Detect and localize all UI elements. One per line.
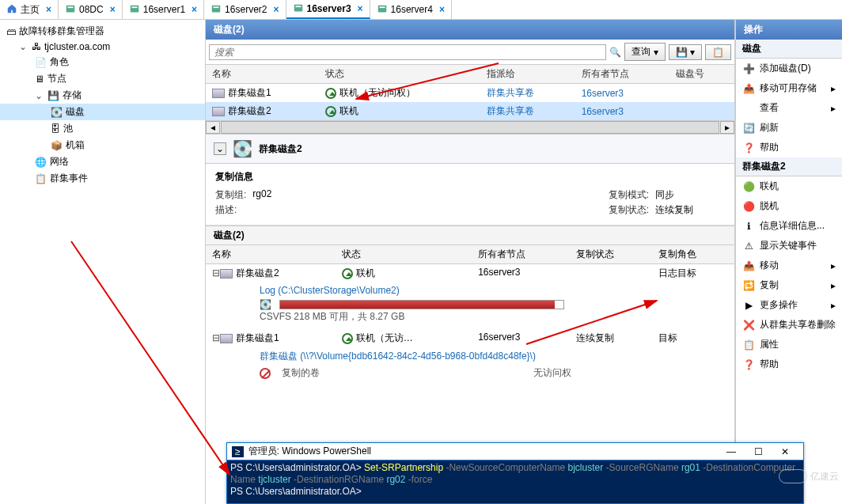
server-icon (293, 2, 304, 16)
tab-label: 16server2 (225, 4, 267, 15)
save-button[interactable]: 💾 ▾ (669, 44, 702, 60)
center-panel: 磁盘(2) 🔍 查询 ▾ 💾 ▾ 📋 名称 状态 指派给 所有者节点 磁盘号 群… (206, 20, 735, 504)
search-input[interactable] (209, 44, 606, 60)
tab-home[interactable]: 主页 × (0, 0, 59, 19)
action-remove-csv[interactable]: ❌从群集共享卷删除 (736, 315, 842, 335)
action-help2[interactable]: ❓帮助 (736, 354, 842, 374)
move-icon: 📤 (742, 260, 755, 272)
search-icon[interactable]: 🔍 (609, 47, 621, 58)
collapse-icon[interactable]: ⊟ (212, 332, 220, 343)
action-critical[interactable]: ⚠显示关键事件 (736, 236, 842, 256)
action-view[interactable]: 查看▸ (736, 98, 842, 118)
add-disk-icon: ➕ (742, 63, 755, 75)
tree-networks[interactable]: 🌐网络 (0, 153, 205, 170)
action-offline[interactable]: 🔴脱机 (736, 196, 842, 216)
action-add-disk[interactable]: ➕添加磁盘(D) (736, 59, 842, 78)
tree-disks[interactable]: 💽磁盘 (0, 104, 205, 120)
status-ok-icon (325, 106, 336, 117)
detail-header: ⌄ 💽 群集磁盘2 (206, 135, 734, 164)
assigned-link[interactable]: 群集共享卷 (480, 84, 575, 103)
scroll-thumb[interactable] (221, 121, 719, 134)
tree-nodes[interactable]: 🖥节点 (0, 70, 205, 87)
help-icon: ❓ (742, 358, 755, 371)
close-icon[interactable]: × (439, 4, 445, 15)
tab-16server1[interactable]: 16server1 × (123, 0, 204, 19)
disk-icon (220, 269, 233, 279)
vol-row[interactable]: ⊟群集磁盘2 联机 16server3 日志目标 (206, 264, 734, 283)
ps-title-text: 管理员: Windows PowerShell (248, 445, 371, 458)
novol-row: 复制的卷 无访问权 (260, 366, 728, 380)
close-icon[interactable]: × (110, 4, 116, 15)
svg-rect-6 (294, 4, 302, 11)
tree-panel: 🗃故障转移群集管理器 ⌄🖧tjcluster.oa.com 📄角色 🖥节点 ⌄💾… (0, 20, 206, 504)
tree-storage[interactable]: ⌄💾存储 (0, 87, 205, 104)
powershell-window[interactable]: ≥ 管理员: Windows PowerShell — ☐ ✕ PS C:\Us… (226, 442, 804, 504)
tree-enclosures[interactable]: 📦机箱 (0, 137, 205, 153)
col-owner[interactable]: 所有者节点 (575, 65, 670, 84)
action-more[interactable]: ▶更多操作▸ (736, 295, 842, 315)
action-props[interactable]: 📋属性 (736, 335, 842, 354)
tab-label: 16server1 (143, 4, 185, 15)
tree-pools[interactable]: 🗄池 (0, 120, 205, 137)
denied-icon (260, 368, 271, 379)
owner-link[interactable]: 16server3 (575, 84, 670, 103)
tree-events[interactable]: 📋群集事件 (0, 170, 205, 187)
close-icon[interactable]: × (192, 4, 197, 15)
query-button[interactable]: 查询 ▾ (624, 43, 666, 61)
action-online[interactable]: 🟢联机 (736, 176, 842, 196)
h-scrollbar[interactable]: ◂ ▸ (206, 120, 734, 135)
tab-16server3[interactable]: 16server3 × (286, 0, 370, 19)
help-icon: ❓ (742, 142, 755, 154)
replication-info: 复制信息 复制组:rg02 描述: 复制模式:同步 复制状态:连续复制 (206, 164, 734, 225)
grid-row[interactable]: 群集磁盘1 联机（无访问权） 群集共享卷 16server3 (206, 84, 734, 103)
collapse-icon[interactable]: ⌄ (214, 142, 226, 155)
col-assigned[interactable]: 指派给 (480, 65, 575, 84)
maximize-icon[interactable]: ☐ (745, 446, 772, 457)
list-button[interactable]: 📋 (705, 44, 731, 60)
tree-root[interactable]: 🗃故障转移群集管理器 (0, 23, 205, 40)
action-move-storage[interactable]: 📤移动可用存储▸ (736, 78, 842, 98)
volume-path: 群集磁盘 (\\?\Volume{bdb61642-84c2-4d56-b968… (260, 350, 728, 363)
minimize-icon[interactable]: — (718, 446, 745, 457)
tab-16server2[interactable]: 16server2 × (204, 0, 286, 19)
collapse-icon[interactable]: ⊟ (212, 267, 220, 279)
grid-row[interactable]: 群集磁盘2 联机 群集共享卷 16server3 (206, 102, 734, 120)
col-name[interactable]: 名称 (206, 65, 319, 84)
pool-icon: 🗄 (51, 123, 60, 135)
svg-rect-7 (295, 6, 301, 7)
owner-link[interactable]: 16server3 (575, 102, 670, 120)
refresh-icon: 🔄 (742, 122, 755, 135)
network-icon: 🌐 (35, 157, 47, 168)
col-status[interactable]: 状态 (319, 65, 480, 84)
close-icon[interactable]: × (46, 4, 51, 15)
close-icon[interactable]: × (358, 3, 363, 14)
chevron-down-icon[interactable]: ⌄ (35, 90, 44, 101)
action-info[interactable]: ℹ信息详细信息... (736, 216, 842, 236)
scroll-right-icon[interactable]: ▸ (720, 121, 734, 134)
close-icon[interactable]: ✕ (772, 446, 798, 457)
action-move[interactable]: 📤移动▸ (736, 256, 842, 275)
offline-icon: 🔴 (742, 200, 755, 213)
tab-08dc[interactable]: 08DC × (59, 0, 123, 19)
ps-titlebar[interactable]: ≥ 管理员: Windows PowerShell — ☐ ✕ (227, 443, 803, 460)
scroll-left-icon[interactable]: ◂ (206, 121, 220, 134)
tab-16server4[interactable]: 16server4 × (370, 0, 452, 19)
chevron-down-icon[interactable]: ⌄ (19, 41, 28, 52)
replicate-icon: 🔁 (742, 279, 755, 292)
props-icon: 📋 (742, 339, 755, 351)
tree-cluster[interactable]: ⌄🖧tjcluster.oa.com (0, 40, 205, 54)
col-diskno[interactable]: 磁盘号 (669, 65, 734, 84)
svg-rect-0 (66, 5, 75, 12)
ps-body[interactable]: PS C:\Users\administrator.OA> Set-SRPart… (227, 460, 803, 499)
usage-text: CSVFS 218 MB 可用，共 8.27 GB (260, 310, 728, 324)
action-help[interactable]: ❓帮助 (736, 138, 842, 157)
vol-row[interactable]: ⊟群集磁盘1 联机（无访… 16server3 连续复制 目标 (206, 329, 734, 347)
tree-roles[interactable]: 📄角色 (0, 54, 205, 70)
action-refresh[interactable]: 🔄刷新 (736, 118, 842, 138)
action-replicate[interactable]: 🔁复制▸ (736, 275, 842, 295)
assigned-link[interactable]: 群集共享卷 (480, 102, 575, 120)
disk-large-icon: 💽 (233, 139, 252, 158)
actions-header: 操作 (736, 20, 842, 40)
close-icon[interactable]: × (273, 4, 279, 15)
remove-icon: ❌ (742, 319, 755, 332)
